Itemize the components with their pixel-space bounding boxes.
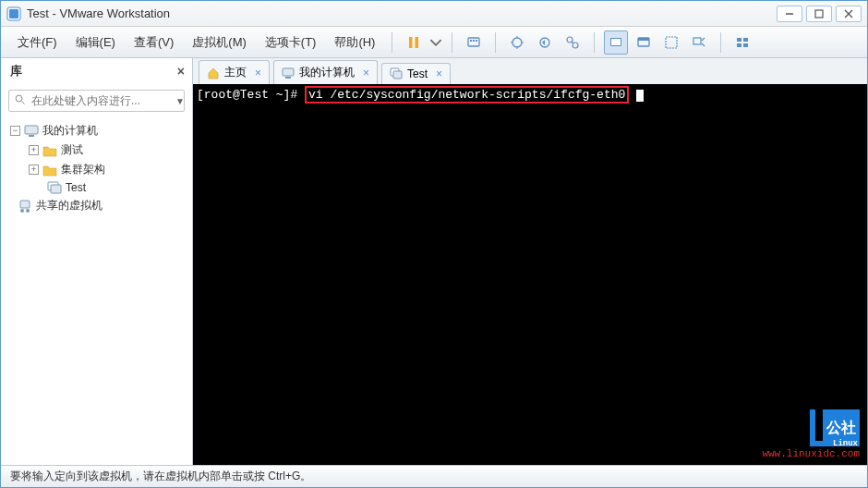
svg-rect-21 — [666, 37, 677, 48]
statusbar: 要将输入定向到该虚拟机，请在虚拟机内部单击或按 Ctrl+G。 — [1, 465, 867, 487]
tree-node-shared[interactable]: 共享的虚拟机 — [6, 196, 187, 215]
tree-node-cluster[interactable]: + 集群架构 — [6, 160, 187, 179]
highlighted-command: vi /etc/sysconfig/network-scripts/ifcfg-… — [305, 86, 629, 104]
snapshot-button[interactable] — [505, 30, 529, 55]
toolbar-separator — [495, 32, 496, 53]
tab-label: 主页 — [224, 65, 247, 80]
sidebar-header: 库 × — [1, 58, 192, 84]
svg-point-12 — [512, 38, 522, 47]
menu-vm[interactable]: 虚拟机(M) — [185, 30, 254, 55]
tab-close-icon[interactable]: × — [363, 67, 369, 79]
toolbar-separator — [594, 32, 595, 53]
app-icon — [6, 6, 21, 21]
watermark: 公社 Linux www.linuxidc.com — [762, 409, 860, 459]
tree-node-test-vm[interactable]: Test — [6, 179, 187, 196]
watermark-logo: 公社 Linux — [823, 409, 860, 446]
search-box[interactable]: ▼ — [8, 90, 185, 112]
svg-rect-10 — [473, 40, 475, 42]
home-icon — [207, 67, 220, 79]
library-sidebar: 库 × ▼ − 我的计算机 + 测试 + 集群架 — [1, 58, 193, 465]
expand-icon[interactable]: + — [29, 165, 39, 175]
close-button[interactable] — [836, 6, 862, 22]
menubar: 文件(F) 编辑(E) 查看(V) 虚拟机(M) 选项卡(T) 帮助(H) — [1, 27, 867, 58]
pause-dropdown[interactable] — [429, 30, 442, 55]
window-controls — [777, 6, 862, 22]
toolbar-separator — [720, 32, 721, 53]
collapse-icon[interactable]: − — [10, 126, 20, 136]
svg-rect-1 — [9, 9, 18, 18]
tree-node-mycomputer[interactable]: − 我的计算机 — [6, 121, 187, 140]
svg-rect-37 — [285, 77, 291, 79]
tree-label: 集群架构 — [61, 162, 105, 177]
watermark-url: www.linuxidc.com — [762, 448, 860, 459]
computer-icon — [24, 125, 39, 138]
shared-vm-icon — [18, 200, 32, 213]
maximize-button[interactable] — [806, 6, 832, 22]
window-titlebar: Test - VMware Workstation — [1, 1, 867, 27]
svg-point-34 — [20, 209, 24, 213]
toolbar-separator — [452, 32, 452, 53]
tab-test[interactable]: Test × — [381, 63, 451, 84]
sidebar-close-button[interactable]: × — [177, 64, 185, 79]
vm-icon — [47, 181, 62, 194]
send-ctrl-alt-del-button[interactable] — [462, 30, 486, 55]
folder-icon — [42, 144, 57, 157]
terminal-line: [root@Test ~]# vi /etc/sysconfig/network… — [197, 86, 863, 104]
tree-label: 测试 — [61, 142, 83, 158]
svg-rect-33 — [20, 201, 30, 208]
minimize-button[interactable] — [777, 6, 802, 22]
tab-close-icon[interactable]: × — [436, 67, 442, 80]
tab-close-icon[interactable]: × — [255, 67, 261, 79]
svg-point-35 — [26, 209, 30, 213]
computer-icon — [282, 67, 295, 79]
window-title: Test - VMware Workstation — [27, 6, 777, 20]
svg-rect-23 — [737, 38, 741, 42]
search-input[interactable] — [31, 94, 170, 107]
search-dropdown-icon[interactable]: ▼ — [175, 96, 185, 106]
revert-snapshot-button[interactable] — [533, 30, 557, 55]
content-area: 主页 × 我的计算机 × Test × [root@Test ~]# vi /e… — [193, 58, 867, 465]
pause-button[interactable] — [402, 30, 426, 55]
svg-rect-39 — [393, 71, 402, 79]
library-tree: − 我的计算机 + 测试 + 集群架构 Test 共享的虚拟机 — [1, 117, 192, 219]
tree-node-test-folder[interactable]: + 测试 — [6, 140, 187, 160]
vm-icon — [390, 67, 403, 80]
stretch-button[interactable] — [687, 30, 711, 55]
folder-icon — [42, 164, 57, 177]
svg-rect-11 — [476, 40, 477, 42]
tab-home[interactable]: 主页 × — [199, 60, 270, 84]
manage-snapshot-button[interactable] — [561, 30, 585, 55]
sidebar-title: 库 — [10, 63, 22, 79]
svg-rect-9 — [470, 40, 472, 42]
expand-icon[interactable]: + — [29, 145, 39, 155]
tree-label: 共享的虚拟机 — [36, 198, 102, 214]
svg-rect-3 — [815, 10, 823, 18]
svg-rect-25 — [737, 43, 741, 47]
tab-mycomputer[interactable]: 我的计算机 × — [273, 60, 378, 84]
menu-tabs[interactable]: 选项卡(T) — [258, 30, 324, 55]
thumbnail-view-button[interactable] — [730, 30, 754, 55]
fullscreen-button[interactable] — [632, 30, 656, 55]
svg-rect-32 — [51, 185, 61, 193]
menu-edit[interactable]: 编辑(E) — [68, 30, 123, 55]
tab-label: Test — [407, 67, 428, 80]
svg-rect-20 — [638, 38, 649, 41]
menu-view[interactable]: 查看(V) — [127, 30, 181, 55]
vm-console-terminal[interactable]: [root@Test ~]# vi /etc/sysconfig/network… — [193, 84, 867, 465]
tabbar: 主页 × 我的计算机 × Test × — [193, 58, 867, 84]
svg-rect-36 — [283, 68, 294, 76]
svg-rect-7 — [416, 37, 419, 48]
show-console-button[interactable] — [604, 30, 628, 55]
svg-rect-18 — [611, 39, 621, 45]
menu-help[interactable]: 帮助(H) — [327, 30, 382, 55]
tab-label: 我的计算机 — [299, 65, 355, 80]
svg-rect-30 — [29, 135, 34, 137]
svg-line-16 — [572, 42, 573, 43]
menu-file[interactable]: 文件(F) — [10, 30, 65, 55]
search-wrap: ▼ — [1, 84, 192, 117]
statusbar-text: 要将输入定向到该虚拟机，请在虚拟机内部单击或按 Ctrl+G。 — [10, 469, 311, 484]
unity-button[interactable] — [659, 30, 683, 55]
search-icon — [15, 94, 26, 108]
terminal-prompt: [root@Test ~]# — [197, 88, 305, 102]
main-body: 库 × ▼ − 我的计算机 + 测试 + 集群架 — [1, 58, 867, 465]
